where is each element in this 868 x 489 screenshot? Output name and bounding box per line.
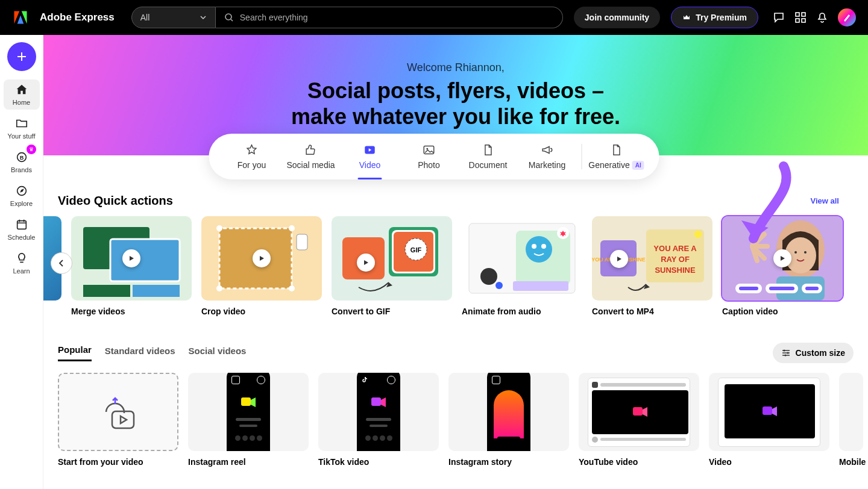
quick-action-card-convert-mp4[interactable]: YOU ARE SUNSHINE YOU ARE A RAY OF SUNSHI… (592, 216, 712, 316)
category-social-media[interactable]: Social media (281, 143, 341, 170)
premium-badge-icon: ♛ (27, 145, 36, 154)
quick-action-label: Convert to MP4 (592, 307, 712, 316)
svg-text:SUNSHINE: SUNSHINE (655, 266, 696, 275)
template-card-video[interactable]: Video (709, 373, 829, 467)
category-label-wrap: Generative AI (588, 160, 644, 170)
quick-action-label: Crop video (201, 307, 322, 316)
sparkle-icon (610, 143, 623, 157)
svg-rect-3 (796, 19, 799, 22)
svg-text:GIF: GIF (410, 246, 422, 254)
template-label: YouTube video (579, 457, 699, 467)
custom-size-button[interactable]: Custom size (773, 343, 854, 363)
try-premium-button[interactable]: Try Premium (671, 7, 758, 28)
search-scope-dropdown[interactable]: All (131, 7, 216, 28)
svg-point-20 (216, 285, 222, 291)
chevron-down-icon (200, 14, 207, 21)
play-icon (773, 249, 791, 267)
app-title: Adobe Express (40, 11, 115, 23)
quick-action-card-convert-gif[interactable]: GIF Convert to GIF (332, 216, 452, 316)
template-card-mobile-video-peek[interactable]: Mobile vid (839, 373, 863, 467)
svg-point-57 (787, 352, 788, 354)
template-label: Instagram story (448, 457, 569, 467)
quick-action-card-animate-audio[interactable]: Animate from audio (462, 216, 582, 316)
svg-point-32 (532, 244, 536, 249)
comment-icon[interactable] (773, 11, 785, 23)
template-card-instagram-story[interactable]: Instagram story (448, 373, 569, 467)
search-input[interactable] (240, 13, 554, 22)
try-premium-label: Try Premium (696, 13, 747, 22)
category-label: Video (359, 160, 381, 170)
tab-social-videos[interactable]: Social videos (189, 346, 247, 361)
svg-point-44 (694, 231, 702, 238)
carousel-prev-button[interactable] (51, 252, 72, 274)
template-card-youtube-video[interactable]: YouTube video (579, 373, 699, 467)
template-card-instagram-reel[interactable]: Instagram reel (188, 373, 309, 467)
template-label: TikTok video (318, 457, 439, 467)
view-all-link[interactable]: View all (811, 196, 839, 205)
hero-title-line1: Social posts, flyers, videos – (43, 78, 868, 104)
category-tabs: For you Social media Video Photo Documen… (209, 134, 659, 179)
svg-rect-37 (513, 281, 568, 291)
video-camera-icon (632, 403, 649, 420)
svg-rect-13 (110, 239, 180, 281)
tab-popular[interactable]: Popular (58, 344, 92, 361)
home-icon (15, 83, 28, 96)
svg-rect-2 (802, 13, 805, 16)
create-new-button[interactable] (7, 42, 36, 71)
sidebar-item-explore[interactable]: Explore (4, 181, 40, 211)
template-card-start-from-video[interactable]: Start from your video (58, 373, 178, 467)
sidebar-label: Explore (10, 200, 33, 207)
star-icon (245, 143, 259, 157)
svg-point-35 (480, 268, 497, 285)
template-label: Start from your video (58, 457, 178, 467)
category-video[interactable]: Video (341, 143, 400, 170)
sidebar-item-your-stuff[interactable]: Your stuff (4, 113, 40, 143)
category-label: For you (237, 160, 266, 170)
template-label: Video (709, 457, 829, 467)
svg-rect-4 (802, 19, 805, 22)
template-tabs: Popular Standard videos Social videos Cu… (58, 343, 854, 363)
svg-rect-61 (371, 397, 381, 406)
image-icon (423, 143, 436, 157)
bell-icon[interactable] (816, 11, 828, 23)
svg-point-31 (526, 236, 552, 263)
tab-standard-videos[interactable]: Standard videos (105, 346, 175, 361)
sidebar-item-learn[interactable]: Learn (4, 248, 40, 278)
user-avatar[interactable] (838, 8, 856, 26)
category-marketing[interactable]: Marketing (518, 143, 577, 170)
svg-point-33 (541, 244, 546, 249)
quick-action-card-caption-video[interactable]: Caption video (722, 216, 843, 316)
lightbulb-icon (15, 252, 28, 265)
template-row: Start from your video Instagram reel (58, 373, 854, 467)
play-icon (253, 249, 271, 267)
quick-action-card-merge-videos[interactable]: Merge videos (71, 216, 192, 316)
sidebar-label: Learn (13, 267, 30, 275)
sidebar-label: Home (13, 99, 30, 106)
apps-grid-icon[interactable] (794, 11, 807, 23)
plus-icon (16, 51, 28, 63)
category-label: Photo (418, 160, 440, 170)
category-photo[interactable]: Photo (400, 143, 459, 170)
video-camera-icon (240, 394, 257, 411)
sidebar-item-schedule[interactable]: Schedule (4, 214, 40, 244)
quick-action-label: Animate from audio (462, 307, 582, 316)
sidebar-item-brands[interactable]: ♛ B Brands (4, 147, 40, 177)
category-for-you[interactable]: For you (222, 143, 281, 170)
play-icon (357, 254, 375, 272)
convert-gif-thumbnail: GIF (332, 216, 452, 301)
sidebar-item-home[interactable]: Home (4, 79, 40, 110)
svg-rect-53 (769, 287, 794, 290)
template-card-tiktok-video[interactable]: TikTok video (318, 373, 439, 467)
document-icon (482, 143, 495, 157)
category-document[interactable]: Document (459, 143, 518, 170)
folder-icon (15, 117, 28, 130)
svg-text:YOU ARE A: YOU ARE A (653, 244, 697, 253)
svg-rect-22 (297, 234, 307, 250)
svg-text:RAY OF: RAY OF (661, 255, 690, 264)
brand-icon: B (15, 151, 28, 164)
svg-rect-63 (763, 406, 772, 415)
sliders-icon (781, 348, 791, 358)
join-community-button[interactable]: Join community (574, 7, 660, 28)
category-generative[interactable]: Generative AI (587, 143, 646, 170)
quick-action-card-crop-video[interactable]: Crop video (201, 216, 322, 316)
